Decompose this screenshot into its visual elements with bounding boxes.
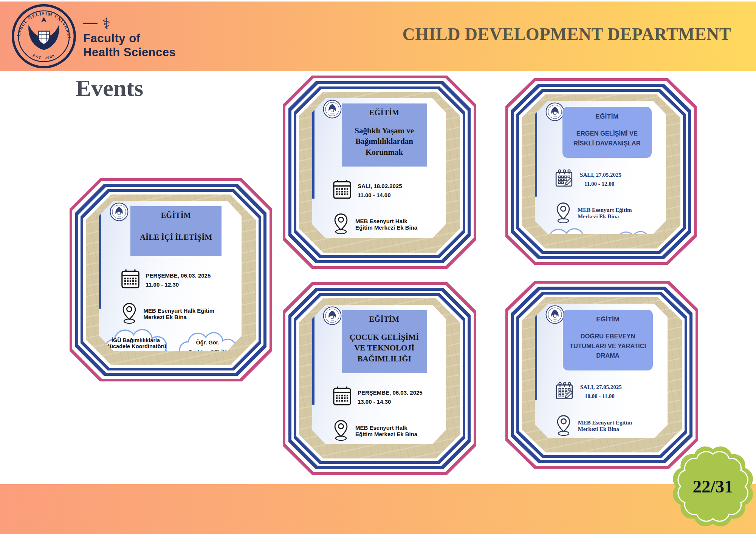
organizer-line: İGÜ Bağımlılıklarla xyxy=(104,338,167,344)
organizer-cloud: İGÜ Bağımlılıklarla Mücadele Koordinatör… xyxy=(314,443,380,444)
page-number-badge: 22/31 xyxy=(672,446,754,527)
event-tag: EĞİTİM xyxy=(565,113,649,120)
location-pin-icon xyxy=(332,213,350,236)
event-time: 11.00 - 14.00 xyxy=(358,192,402,198)
presenters: İGÜ Bağımlılıklarla Mücadele Koordinatör… xyxy=(312,443,446,444)
card-border-pink: EĞİTİM AİLE İÇİ İLETİŞİM PERŞEMBE, 06.03… xyxy=(70,178,272,381)
event-location: MEB Esenyurt Eğitim Merkezi Ek Bina xyxy=(578,420,648,432)
organizer-cloud: İGÜ Bağımlılıklarla Mücadele Koordinatör… xyxy=(314,236,380,238)
location-row: MEB Esenyurt Halk Eğitim Merkezi Ek Bina xyxy=(332,213,446,236)
slide-header: ISTANBUL GELISIM UNIVERSITY EST. 2008 ⚕ … xyxy=(0,2,756,71)
event-date: SALI, 27.05.2025 xyxy=(580,172,621,178)
seal-est: EST. 2008 xyxy=(32,53,56,60)
event-tag-box: EĞİTİM ÇOCUK GELİŞİMİ VE TEKNOLOJİ BAĞIM… xyxy=(342,310,427,373)
university-stamp-icon xyxy=(322,99,342,119)
calendar-icon xyxy=(555,168,574,190)
event-card: EĞİTİM DOĞRU EBEVEYN TUTUMLARI VE YARATI… xyxy=(505,281,698,469)
event-card: EĞİTİM Sağlıklı Yaşam ve Bağımlılıklarda… xyxy=(283,76,476,269)
poster-content: EĞİTİM ERGEN GELİŞİMİ VE RİSKLİ DAVRANIŞ… xyxy=(535,101,666,234)
location-row: MEB Esenyurt Eğitim Merkezi Ek Bina xyxy=(555,414,668,438)
card-frame: EĞİTİM Sağlıklı Yaşam ve Bağımlılıklarda… xyxy=(299,92,460,253)
event-title: DOĞRU EBEVEYN TUTUMLARI VE YARATICI DRAM… xyxy=(567,332,649,361)
university-stamp-icon xyxy=(545,304,565,325)
university-stamp-icon xyxy=(109,202,129,222)
faculty-name-line1: Faculty of xyxy=(83,32,176,46)
event-time: 11.00 - 12.30 xyxy=(146,281,211,288)
event-location: MEB Esenyurt Halk Eğitim Merkezi Ek Bina xyxy=(144,307,219,320)
slide: ISTANBUL GELISIM UNIVERSITY EST. 2008 ⚕ … xyxy=(0,0,756,534)
card-border-pink: EĞİTİM ÇOCUK GELİŞİMİ VE TEKNOLOJİ BAĞIM… xyxy=(283,282,476,475)
card-frame: EĞİTİM ÇOCUK GELİŞİMİ VE TEKNOLOJİ BAĞIM… xyxy=(299,298,460,458)
card-border-blue: EĞİTİM DOĞRU EBEVEYN TUTUMLARI VE YARATI… xyxy=(511,287,692,463)
branding: ISTANBUL GELISIM UNIVERSITY EST. 2008 ⚕ … xyxy=(11,3,176,69)
event-tag-box: EĞİTİM ERGEN GELİŞİMİ VE RİSKLİ DAVRANIŞ… xyxy=(562,107,652,158)
card-border-blue: EĞİTİM ERGEN GELİŞİMİ VE RİSKLİ DAVRANIŞ… xyxy=(511,84,691,259)
svg-text:EST. 2008: EST. 2008 xyxy=(32,53,56,60)
event-tag: EĞİTİM xyxy=(133,211,219,220)
card-border-pink: EĞİTİM Sağlıklı Yaşam ve Bağımlılıklarda… xyxy=(283,76,476,269)
bottom-bar xyxy=(0,484,756,534)
page-number: 22/31 xyxy=(672,446,754,527)
calendar-icon xyxy=(121,269,140,291)
calendar-icon xyxy=(332,386,352,408)
date-row: SALI, 27.05.202511.00 - 12.00 xyxy=(555,168,666,190)
organizer-cloud: İGÜ Bağımlılıklarla Mücadele Koordinatör… xyxy=(101,326,171,351)
event-card: EĞİTİM AİLE İÇİ İLETİŞİM PERŞEMBE, 06.03… xyxy=(70,178,272,381)
location-pin-icon xyxy=(121,302,138,326)
organizer-cloud: İGÜ Bağımlılıklarla Mücadele Koordinatör… xyxy=(536,225,601,234)
event-tag-box: EĞİTİM AİLE İÇİ İLETİŞİM xyxy=(130,206,222,256)
event-card: EĞİTİM ERGEN GELİŞİMİ VE RİSKLİ DAVRANIŞ… xyxy=(505,78,697,265)
poster-content: EĞİTİM Sağlıklı Yaşam ve Bağımlılıklarda… xyxy=(312,98,446,238)
card-frame: EĞİTİM ERGEN GELİŞİMİ VE RİSKLİ DAVRANIŞ… xyxy=(522,94,680,248)
event-date: PERŞEMBE, 06.03. 2025 xyxy=(146,272,211,279)
card-border-pink: EĞİTİM ERGEN GELİŞİMİ VE RİSKLİ DAVRANIŞ… xyxy=(505,78,697,265)
presenters: İGÜ Bağımlılıklarla Mücadele Koordinatör… xyxy=(535,438,668,438)
location-pin-icon xyxy=(555,202,572,225)
card-border-blue: EĞİTİM ÇOCUK GELİŞİMİ VE TEKNOLOJİ BAĞIM… xyxy=(288,288,471,469)
event-date: SALI, 27.05.2025 xyxy=(580,384,622,390)
faculty-lockup: ⚕ Faculty of Health Sciences xyxy=(83,3,176,59)
presenters: İGÜ Bağımlılıklarla Mücadele Koordinatör… xyxy=(535,225,666,234)
event-location: MEB Esenyurt Halk Eğitim Merkezi Ek Bina xyxy=(355,218,426,231)
presenters: İGÜ Bağımlılıklarla Mücadele Koordinatör… xyxy=(312,236,446,238)
date-row: SALI, 18.02.202511.00 - 14.00 xyxy=(332,179,446,201)
event-tag-box: EĞİTİM DOĞRU EBEVEYN TUTUMLARI VE YARATI… xyxy=(563,310,653,370)
poster-edge xyxy=(312,98,314,199)
event-tag: EĞİTİM xyxy=(566,316,650,323)
card-frame: EĞİTİM AİLE İÇİ İLETİŞİM PERŞEMBE, 06.03… xyxy=(86,194,256,365)
calendar-icon xyxy=(555,381,575,403)
speaker-line: Bedriye ÇELİK KANCA xyxy=(178,350,237,351)
caduceus-icon: ⚕ xyxy=(102,16,110,31)
organizer-cloud: İGÜ Bağımlılıklarla Mücadele Koordinatör… xyxy=(536,438,602,438)
date-row: SALI, 27.05.202510.00 - 11.00 xyxy=(555,381,668,403)
event-location: MEB Esenyurt Eğitim Merkezi Ek Bina xyxy=(578,207,647,220)
presenters: İGÜ Bağımlılıklarla Mücadele Koordinatör… xyxy=(99,326,242,351)
calendar-icon xyxy=(332,179,352,201)
poster-content: EĞİTİM AİLE İÇİ İLETİŞİM PERŞEMBE, 06.03… xyxy=(99,201,242,351)
location-row: MEB Esenyurt Halk Eğitim Merkezi Ek Bina xyxy=(332,419,446,443)
university-stamp-icon xyxy=(322,306,342,326)
faculty-name-line2: Health Sciences xyxy=(83,46,176,60)
event-tag: EĞİTİM xyxy=(344,108,425,117)
event-date: SALI, 18.02.2025 xyxy=(358,183,402,189)
poster-edge xyxy=(99,201,101,309)
university-stamp-icon xyxy=(545,102,565,122)
date-row: PERŞEMBE, 06.03. 202511.00 - 12.30 xyxy=(121,269,242,291)
dash-decoration xyxy=(83,23,98,24)
poster-content: EĞİTİM DOĞRU EBEVEYN TUTUMLARI VE YARATI… xyxy=(535,304,668,438)
event-time: 10.00 - 11.00 xyxy=(585,393,622,400)
event-location: MEB Esenyurt Halk Eğitim Merkezi Ek Bina xyxy=(355,424,426,437)
event-date: PERŞEMBE, 06.03. 2025 xyxy=(358,389,423,396)
card-frame: EĞİTİM DOĞRU EBEVEYN TUTUMLARI VE YARATI… xyxy=(522,297,682,452)
location-pin-icon xyxy=(332,419,350,443)
event-tag-box: EĞİTİM Sağlıklı Yaşam ve Bağımlılıklarda… xyxy=(342,103,427,167)
event-title: Sağlıklı Yaşam ve Bağımlılıklardan Korun… xyxy=(345,125,423,157)
organizer-line: Mücadele Koordinatörü xyxy=(104,344,167,350)
page-title: Events xyxy=(76,75,143,102)
event-time: 13.00 - 14.30 xyxy=(358,398,423,405)
speaker-cloud: Öğr. Gör. Bedriye ÇELİK KANCA xyxy=(175,329,240,351)
event-time: 11.00 - 12.00 xyxy=(584,181,621,187)
university-logo-icon: ISTANBUL GELISIM UNIVERSITY EST. 2008 xyxy=(11,3,77,69)
location-row: MEB Esenyurt Halk Eğitim Merkezi Ek Bina xyxy=(121,302,242,326)
event-card: EĞİTİM ÇOCUK GELİŞİMİ VE TEKNOLOJİ BAĞIM… xyxy=(283,282,476,475)
